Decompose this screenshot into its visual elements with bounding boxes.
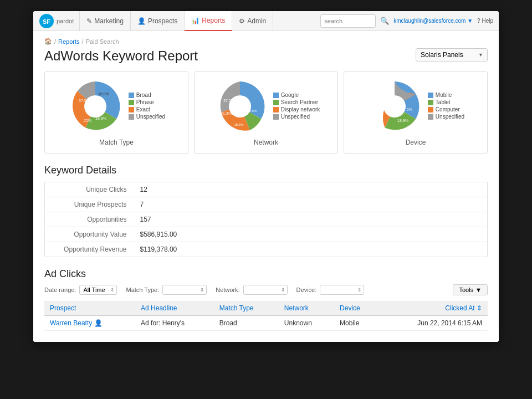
nav-user[interactable]: kmclaughlin@salesforce.com ▼ (393, 18, 473, 24)
svg-text:37.5%: 37.5% (378, 99, 389, 103)
breadcrumb-current: Paid Search (86, 38, 119, 45)
panel-selector[interactable]: Solaris Panels (416, 48, 488, 62)
network-pie: 37.5% 12.5% 18.8% 31.3% (212, 79, 268, 134)
match-type-select[interactable] (162, 285, 207, 295)
device-select[interactable] (320, 285, 364, 295)
svg-text:18.8%: 18.8% (397, 119, 408, 122)
nav-prospects-label: Prospects (148, 17, 177, 25)
panel-selector-wrap: Solaris Panels (416, 48, 488, 62)
svg-text:37.5%: 37.5% (79, 99, 90, 103)
nav-admin-label: Admin (247, 17, 266, 25)
date-range-label: Date range: (44, 287, 76, 293)
page-header: AdWords Keyword Report Solaris Panels (44, 48, 488, 64)
opportunity-value-label: Opportunity Value (45, 227, 134, 242)
page-title: AdWords Keyword Report (44, 48, 198, 64)
table-row: Opportunity Revenue $119,378.00 (45, 242, 488, 257)
breadcrumb: 🏠 / Reports / Paid Search (44, 38, 488, 45)
match-type-select-wrap (162, 285, 207, 295)
match-type-group: Match Type: (126, 285, 207, 295)
col-clicked-at[interactable]: Clicked At ⇕ (379, 301, 488, 316)
nav-reports-label: Reports (202, 17, 225, 24)
admin-icon: ⚙ (239, 17, 245, 25)
clicked-at-cell: Jun 22, 2014 6:15 AM (379, 316, 488, 331)
prospect-cell[interactable]: Warren Beatty 👤 (44, 316, 135, 331)
svg-text:SF: SF (43, 18, 50, 25)
svg-text:18.8%: 18.8% (234, 123, 244, 126)
charts-row: 18.8% 37.5% 18.8% 25% Broad Phrase Exact… (44, 71, 488, 154)
svg-text:12.5%: 12.5% (247, 109, 257, 112)
date-range-select[interactable]: All Time (79, 285, 117, 295)
nav-prospects[interactable]: 👤 Prospects (131, 11, 185, 31)
opportunity-revenue-label: Opportunity Revenue (45, 242, 134, 257)
filter-row: Date range: All Time Match Type: Network… (44, 284, 488, 295)
match-type-legend: Broad Phrase Exact Unspecified (129, 92, 165, 121)
date-range-select-wrap: All Time (79, 285, 117, 295)
chart-match-type: 18.8% 37.5% 18.8% 25% Broad Phrase Exact… (44, 71, 188, 154)
match-type-title: Match Type (52, 139, 181, 146)
nav-help[interactable]: ? Help (477, 18, 493, 24)
chart-device: 37.5% 18.8% 37.5% Mobile Tablet Computer… (344, 71, 488, 154)
nav-marketing-label: Marketing (94, 17, 124, 25)
device-select-wrap (320, 285, 364, 295)
table-row: Opportunity Value $586,915.00 (45, 227, 488, 242)
device-legend: Mobile Tablet Computer Unspecified (428, 92, 464, 121)
breadcrumb-reports[interactable]: Reports (58, 38, 80, 45)
nav-items: ✎ Marketing 👤 Prospects 📊 Reports ⚙ Admi… (79, 11, 320, 31)
network-filter-group: Network: (216, 285, 287, 295)
table-row: Unique Clicks 12 (45, 182, 488, 197)
main-content: 🏠 / Reports / Paid Search AdWords Keywor… (33, 31, 499, 342)
col-match-type[interactable]: Match Type (214, 301, 279, 316)
salesforce-logo: SF (39, 13, 54, 29)
top-nav: SF pardot ✎ Marketing 👤 Prospects 📊 Repo… (33, 11, 499, 31)
opportunities-label: Opportunities (45, 212, 134, 227)
network-filter-label: Network: (216, 287, 239, 293)
network-cell: Unknown (279, 316, 334, 331)
nav-admin[interactable]: ⚙ Admin (232, 11, 273, 31)
ad-headline-cell: Ad for: Henry's (135, 316, 214, 331)
date-range-group: Date range: All Time (44, 285, 117, 295)
svg-text:37.5%: 37.5% (401, 108, 412, 111)
network-legend: Google Search Partner Display network Un… (273, 92, 320, 121)
col-network[interactable]: Network (279, 301, 334, 316)
brand-name: pardot (57, 18, 74, 24)
keyword-details-title: Keyword Details (44, 165, 488, 176)
marketing-icon: ✎ (86, 17, 92, 25)
ad-clicks-title: Ad Clicks (44, 268, 488, 280)
unique-prospects-value[interactable]: 7 (134, 197, 488, 212)
table-header-row: Prospect Ad Headline Match Type Network … (44, 301, 488, 316)
unique-clicks-value: 12 (134, 182, 488, 197)
device-pie: 37.5% 18.8% 37.5% (367, 79, 422, 134)
svg-text:25%: 25% (84, 119, 91, 122)
nav-reports[interactable]: 📊 Reports (185, 11, 232, 31)
ad-clicks-table: Prospect Ad Headline Match Type Network … (44, 301, 488, 331)
col-ad-headline[interactable]: Ad Headline (135, 301, 214, 316)
unique-clicks-label: Unique Clicks (45, 182, 134, 197)
match-type-pie: 18.8% 37.5% 18.8% 25% (68, 79, 123, 134)
opportunity-revenue-value: $119,378.00 (134, 242, 488, 257)
device-filter-group: Device: (296, 285, 365, 295)
device-cell: Mobile (334, 316, 379, 331)
svg-text:18.8%: 18.8% (98, 92, 109, 96)
search-icon[interactable]: 🔍 (380, 17, 389, 25)
home-icon[interactable]: 🏠 (44, 38, 52, 45)
svg-text:18.8%: 18.8% (95, 116, 106, 120)
table-row: Opportunities 157 (45, 212, 488, 227)
table-row: Warren Beatty 👤 Ad for: Henry's Broad Un… (44, 316, 488, 331)
network-select-wrap (243, 285, 288, 295)
col-device[interactable]: Device (334, 301, 379, 316)
chart-network: 37.5% 12.5% 18.8% 31.3% Google Search Pa… (194, 71, 338, 154)
opportunity-value-value: $586,915.00 (134, 227, 488, 242)
col-prospect[interactable]: Prospect (44, 301, 135, 316)
device-title: Device (351, 139, 480, 146)
nav-marketing[interactable]: ✎ Marketing (79, 11, 131, 31)
table-row: Unique Prospects 7 (45, 197, 488, 212)
network-select[interactable] (243, 285, 288, 295)
opportunities-value[interactable]: 157 (134, 212, 488, 227)
tools-button[interactable]: Tools ▼ (453, 284, 488, 295)
svg-text:31.3%: 31.3% (221, 111, 232, 115)
search-input[interactable] (320, 14, 376, 28)
prospects-icon: 👤 (137, 17, 146, 25)
tools-label: Tools (459, 287, 473, 293)
browser-window: SF pardot ✎ Marketing 👤 Prospects 📊 Repo… (33, 11, 499, 342)
tools-dropdown-icon: ▼ (475, 287, 482, 293)
